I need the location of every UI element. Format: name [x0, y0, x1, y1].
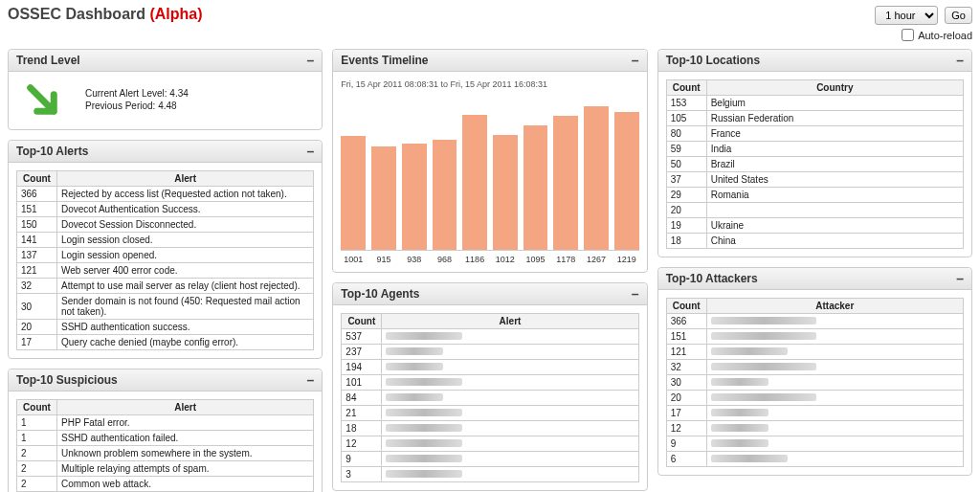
panel-title: Events Timeline [341, 54, 428, 67]
panel-head: Events Timeline – [333, 50, 646, 72]
table-cell: Romania [706, 188, 963, 203]
table-cell: 537 [342, 329, 382, 345]
collapse-icon[interactable]: – [956, 274, 964, 283]
table-cell [382, 436, 638, 452]
chart-bar-fill [614, 112, 639, 250]
table-cell: 9 [342, 452, 382, 467]
chart-bar-fill [341, 136, 366, 250]
redacted-value [711, 317, 816, 324]
table-cell [706, 406, 963, 421]
table-header: Count [666, 80, 706, 96]
timeline-chart [341, 93, 638, 251]
table-cell: 20 [666, 203, 706, 218]
table-cell: 18 [666, 234, 706, 249]
table-cell [382, 467, 638, 482]
collapse-icon[interactable]: – [307, 56, 315, 65]
table-cell: 2 [17, 446, 57, 461]
table-row: 80France [666, 126, 963, 142]
top-alerts-table: CountAlert366Rejected by access list (Re… [16, 170, 314, 350]
time-range-select[interactable]: 1 hour [875, 6, 938, 25]
table-row: 3 [342, 467, 638, 482]
collapse-icon[interactable]: – [632, 56, 639, 65]
table-header: Count [17, 400, 57, 415]
collapse-icon[interactable]: – [632, 289, 639, 299]
table-cell [382, 375, 638, 391]
table-cell [706, 345, 963, 360]
table-row: 537 [342, 329, 638, 345]
table-cell: Unknown problem somewhere in the system. [57, 446, 314, 461]
table-cell [382, 345, 638, 360]
redacted-value [386, 363, 443, 370]
redacted-value [386, 332, 462, 340]
table-cell: 29 [666, 188, 706, 203]
table-row: 21 [342, 406, 638, 421]
table-cell: United States [706, 172, 963, 188]
chart-bar-fill [584, 106, 609, 250]
table-cell [706, 452, 963, 467]
trend-previous: Previous Period: 4.48 [85, 101, 189, 111]
table-cell: Brazil [706, 157, 963, 172]
column-right: Top-10 Locations – CountCountry153Belgiu… [657, 49, 972, 476]
column-left: Trend Level – Current Alert Level: 4.34 … [8, 49, 323, 492]
table-cell: 141 [17, 233, 57, 248]
redacted-value [386, 378, 462, 386]
redacted-value [711, 439, 768, 447]
table-row: 17Query cache denied (maybe config error… [17, 335, 314, 350]
chart-bar-label: 1012 [493, 255, 518, 264]
panel-title: Top-10 Alerts [16, 145, 88, 158]
panel-title: Top-10 Agents [341, 287, 419, 301]
table-row: 121 [666, 345, 963, 360]
panel-top-attackers: Top-10 Attackers – CountAttacker36615112… [657, 267, 972, 476]
panel-head: Top-10 Agents – [333, 283, 646, 305]
redacted-value [386, 424, 462, 432]
table-cell: 194 [342, 360, 382, 375]
top-agents-table: CountAlert5372371941018421181293 [341, 313, 638, 482]
table-cell [706, 329, 963, 345]
table-row: 20SSHD authentication success. [17, 320, 314, 335]
collapse-icon[interactable]: – [956, 56, 964, 65]
table-row: 32Attempt to use mail server as relay (c… [17, 279, 314, 294]
table-row: 12 [342, 436, 638, 452]
redacted-value [386, 347, 443, 355]
autoreload-checkbox[interactable] [902, 29, 914, 41]
table-header: Alert [382, 314, 638, 329]
table-cell: 1 [17, 431, 57, 446]
table-header: Country [706, 80, 963, 96]
chart-bar [493, 135, 518, 250]
panel-top-alerts: Top-10 Alerts – CountAlert366Rejected by… [8, 140, 323, 359]
chart-bar [433, 140, 457, 250]
redacted-value [711, 363, 816, 370]
table-row: 366 [666, 314, 963, 329]
table-row: 37United States [666, 172, 963, 188]
table-header: Count [17, 171, 57, 187]
table-cell: 12 [342, 436, 382, 452]
table-cell: Attempt to use mail server as relay (cli… [57, 279, 314, 294]
table-cell: Web server 400 error code. [57, 263, 314, 279]
redacted-value [386, 455, 462, 462]
top-controls: 1 hour Go Auto-reload [875, 6, 972, 41]
collapse-icon[interactable]: – [307, 146, 315, 156]
autoreload-toggle[interactable]: Auto-reload [875, 29, 972, 41]
redacted-value [386, 393, 443, 401]
table-row: 30Sender domain is not found (450: Reque… [17, 294, 314, 320]
table-row: 84 [342, 391, 638, 406]
chart-bar-fill [371, 146, 396, 250]
chart-bar [553, 116, 578, 250]
table-cell: 366 [666, 314, 706, 329]
chart-bar-label: 1219 [614, 255, 639, 264]
panel-top-locations: Top-10 Locations – CountCountry153Belgiu… [657, 49, 972, 257]
table-row: 20 [666, 391, 963, 406]
redacted-value [386, 470, 462, 478]
table-row: 59India [666, 142, 963, 157]
table-cell: 366 [17, 187, 57, 202]
table-cell: 101 [342, 375, 382, 391]
table-cell [706, 375, 963, 391]
chart-bar-fill [462, 115, 487, 250]
collapse-icon[interactable]: – [307, 375, 315, 385]
go-button[interactable]: Go [945, 7, 972, 24]
redacted-value [711, 424, 768, 432]
table-cell: Belgium [706, 96, 963, 111]
table-cell [382, 452, 638, 467]
chart-bar-label: 1178 [553, 255, 578, 264]
table-cell: 17 [17, 335, 57, 350]
